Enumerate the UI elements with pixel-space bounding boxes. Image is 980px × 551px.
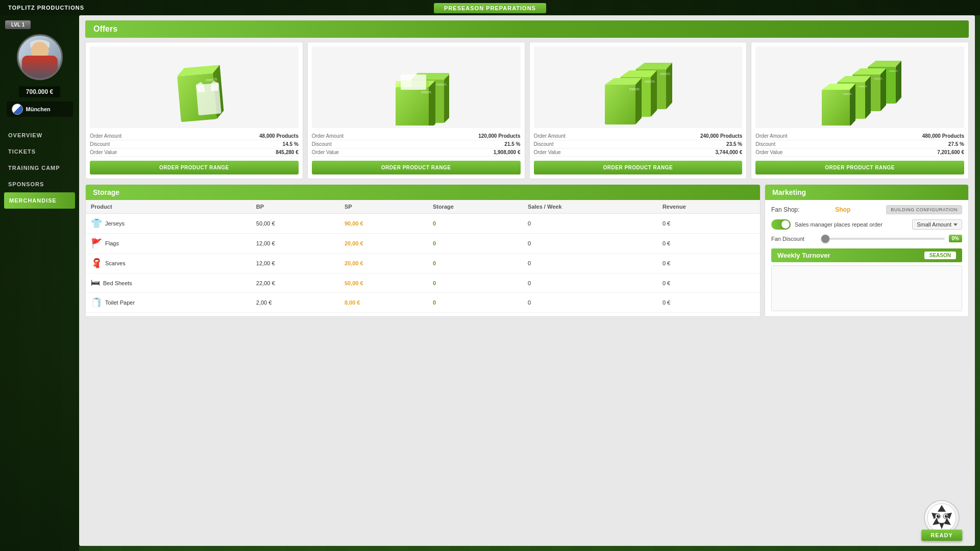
offer-box-svg-2: merch. merch. [383,49,449,126]
bp-cell: 2,00 € [251,293,339,313]
revenue-cell: 0 € [657,214,760,234]
top-bar: TOPLITZ PRODUCTIONS PRESEASON PREPARATIO… [0,0,980,15]
order-btn-3[interactable]: ORDER PRODUCT RANGE [534,161,743,174]
sp-cell[interactable]: 20,00 € [339,254,428,273]
sales-week-cell: 0 [523,273,657,293]
preseason-badge: PRESEASON PREPARATIONS [434,3,546,13]
sp-link[interactable]: 90,00 € [345,220,363,227]
svg-marker-34 [896,61,901,104]
order-value-row-3: Order Value 3,744,000 € [534,148,743,157]
team-name: München [26,106,51,112]
sidebar-item-merchandise[interactable]: MERCHANDISE [4,192,75,209]
product-cell: 🛏 Bed Sheets [86,273,251,293]
revenue-cell: 0 € [657,234,760,254]
table-row[interactable]: 👕 Jerseys 50,00 € 90,00 € 0 0 0 € [86,214,760,234]
product-icon: 👕 [91,218,102,229]
order-btn-1[interactable]: ORDER PRODUCT RANGE [90,161,299,174]
svg-text:merch.: merch. [645,80,655,83]
table-wrapper[interactable]: Product BP SP Storage Sales / Week Reven… [86,200,760,313]
team-box[interactable]: München [7,102,73,117]
storage-header: Storage [86,185,760,200]
team-logo [12,104,23,115]
storage-value: 0 [433,260,436,266]
sidebar-item-tickets[interactable]: TICKETS [0,143,79,160]
small-amount-dropdown[interactable]: Small Amount [912,219,962,230]
repeat-order-label: Sales manager places repeat order [795,221,908,228]
product-icon: 🚩 [91,238,102,249]
product-cell: 🧻 Toilet Paper [86,293,251,313]
sales-week-cell: 0 [523,293,657,313]
sp-link[interactable]: 50,00 € [345,280,363,286]
offer-stats-1: Order Amount 48,000 Products Discount 14… [90,132,299,157]
svg-marker-15 [429,81,435,126]
building-config-btn[interactable]: BUILDING CONFIGURATION [886,205,962,214]
repeat-order-toggle[interactable] [771,219,791,230]
table-row[interactable]: 🧣 Scarves 12,00 € 20,00 € 0 0 0 € [86,254,760,273]
col-bp: BP [251,200,339,214]
offer-stats-4: Order Amount 480,000 Products Discount 2… [755,132,964,157]
col-product: Product [86,200,251,214]
product-name: Toilet Paper [105,299,135,306]
svg-point-59 [938,515,939,516]
discount-slider[interactable] [821,238,945,240]
svg-marker-21 [635,63,672,69]
mascot-svg [926,503,957,533]
svg-marker-29 [605,78,642,85]
sales-week-cell: 0 [523,214,657,234]
order-btn-2[interactable]: ORDER PRODUCT RANGE [312,161,521,174]
mascot: READY [919,495,965,541]
manager-body [22,56,58,79]
col-revenue: Revenue [657,200,760,214]
marketing-section: Marketing Fan Shop: Shop BUILDING CONFIG… [765,184,969,317]
storage-cell: 0 [428,273,523,293]
product-cell: 👕 Jerseys [86,214,251,234]
level-badge: LVL 1 [5,20,31,29]
svg-marker-38 [880,68,886,111]
offers-grid: merch. Order Amount 48,000 Produc [85,42,969,179]
discount-value: 0% [949,235,962,242]
fan-discount-label: Fan Discount [771,236,817,242]
table-row[interactable]: 🚩 Flags 12,00 € 20,00 € 0 0 0 € [86,234,760,254]
turnover-section: Weekly Turnover SEASON [771,248,962,311]
fan-shop-row: Fan Shop: Shop BUILDING CONFIGURATION [771,205,962,214]
sp-link[interactable]: 20,00 € [345,240,363,246]
order-btn-4[interactable]: ORDER PRODUCT RANGE [755,161,964,174]
product-cell: 🚩 Flags [86,234,251,254]
product-name: Jerseys [105,220,125,227]
offer-box-svg-3: merch. merch. merch. [600,49,676,126]
sp-cell[interactable]: 8,00 € [339,293,428,313]
sp-cell[interactable]: 50,00 € [339,273,428,293]
revenue-cell: 0 € [657,293,760,313]
sp-cell[interactable]: 20,00 € [339,234,428,254]
season-btn[interactable]: SEASON [924,252,956,259]
discount-row-3: Discount 23.5 % [534,140,743,148]
turnover-header: Weekly Turnover SEASON [771,248,962,262]
offer-box-svg-1: merch. [163,49,225,126]
storage-value: 0 [433,299,436,306]
product-icon: 🧣 [91,258,102,269]
sidebar-item-training[interactable]: TRAINING CAMP [0,160,79,176]
sp-link[interactable]: 20,00 € [345,260,363,266]
sidebar-item-sponsors[interactable]: SPONSORS [0,176,79,192]
svg-text:merch.: merch. [421,90,432,94]
storage-value: 0 [433,280,436,286]
table-row[interactable]: 🧻 Toilet Paper 2,00 € 8,00 € 0 0 0 € [86,293,760,313]
fan-shop-link[interactable]: Shop [835,206,850,213]
svg-marker-30 [635,78,642,124]
svg-text:merch.: merch. [843,92,852,95]
sp-link[interactable]: 8,00 € [345,299,360,306]
repeat-order-row: Sales manager places repeat order Small … [771,219,962,230]
ready-btn[interactable]: READY [921,530,962,541]
offer-image-4: merch. merch. merch. [755,46,964,128]
small-amount-label: Small Amount [917,221,951,228]
product-name: Bed Sheets [103,280,132,286]
table-row[interactable]: 🛏 Bed Sheets 22,00 € 50,00 € 0 0 0 € [86,273,760,293]
sp-cell[interactable]: 90,00 € [339,214,428,234]
sidebar-item-overview[interactable]: OVERVIEW [0,127,79,143]
product-name: Flags [105,240,119,246]
col-sales: Sales / Week [523,200,657,214]
storage-table: Product BP SP Storage Sales / Week Reven… [86,200,760,313]
product-name: Scarves [105,260,126,266]
svg-text:merch.: merch. [859,85,868,88]
product-icon: 🧻 [91,297,102,308]
